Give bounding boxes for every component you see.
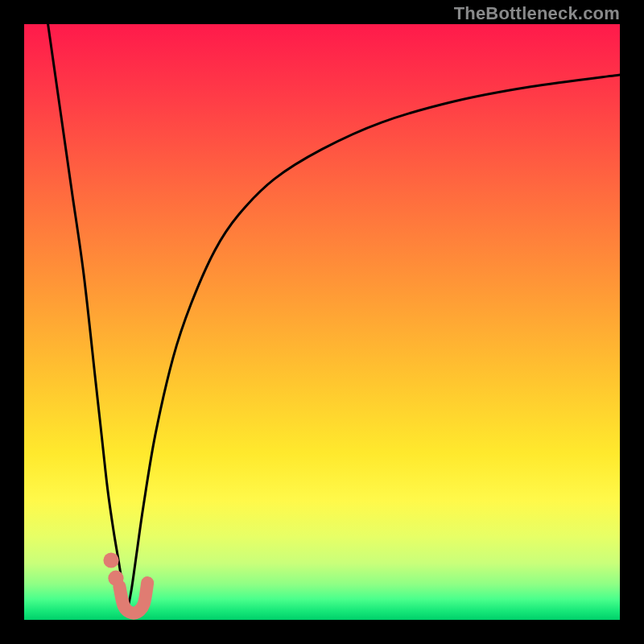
left-branch-line xyxy=(48,24,127,611)
plot-area xyxy=(24,24,620,620)
right-branch-line xyxy=(127,75,620,611)
marker-dot-upper xyxy=(103,552,118,568)
outer-frame: TheBottleneck.com xyxy=(0,0,644,644)
chart-curves xyxy=(24,24,620,620)
watermark-text: TheBottleneck.com xyxy=(454,3,620,24)
marker-hook xyxy=(119,583,147,613)
